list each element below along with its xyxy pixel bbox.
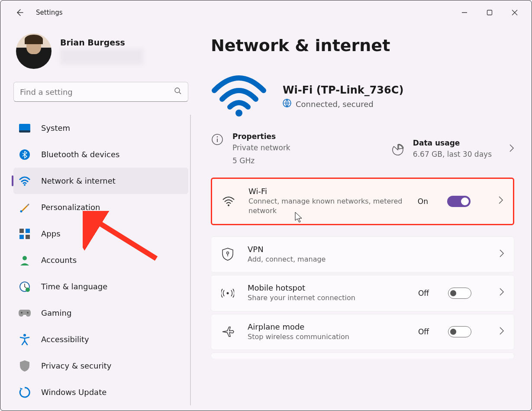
sidebar-item-label: Windows Update	[41, 388, 106, 397]
sidebar-item-label: Accounts	[41, 256, 77, 265]
titlebar: Settings	[0, 0, 532, 25]
sidebar-item-label: Gaming	[41, 308, 71, 317]
sidebar-item-network[interactable]: Network & internet	[13, 168, 188, 194]
vpn-icon	[221, 248, 235, 261]
chevron-right-icon	[509, 144, 514, 155]
svg-rect-7	[19, 229, 24, 233]
setting-card-hotspot[interactable]: Mobile hotspot Share your internet conne…	[211, 275, 514, 311]
info-icon	[211, 133, 224, 146]
data-usage-sub: 6.67 GB, last 30 days	[413, 149, 492, 160]
sidebar-item-label: Privacy & security	[41, 361, 112, 370]
update-icon	[19, 386, 31, 398]
minimize-button[interactable]	[452, 4, 477, 21]
wifi-connection-title: Wi-Fi (TP-Link_736C)	[283, 84, 403, 96]
apps-icon	[19, 228, 31, 240]
search-icon	[174, 87, 182, 97]
airplane-toggle[interactable]	[448, 326, 471, 337]
hotspot-icon	[221, 288, 235, 299]
sidebar-item-privacy[interactable]: Privacy & security	[13, 353, 188, 379]
wifi-icon	[19, 175, 31, 187]
sidebar-item-label: Apps	[41, 229, 61, 238]
sidebar-item-label: Bluetooth & devices	[41, 150, 119, 159]
sidebar-item-bluetooth[interactable]: Bluetooth & devices	[13, 141, 188, 168]
wifi-small-icon	[222, 196, 235, 207]
svg-point-24	[227, 292, 229, 294]
data-usage-title: Data usage	[413, 139, 492, 147]
chevron-right-icon	[499, 327, 504, 337]
chevron-right-icon	[499, 288, 504, 298]
toggle-state-label: Off	[418, 289, 429, 298]
sidebar-item-time[interactable]: Time & language	[13, 273, 188, 300]
properties-line1: Private network	[232, 142, 290, 154]
setting-card-vpn[interactable]: VPN Add, connect, manage	[211, 236, 514, 272]
card-title: Mobile hotspot	[248, 283, 405, 292]
svg-point-16	[23, 334, 26, 337]
svg-point-1	[175, 88, 180, 93]
search-input[interactable]	[20, 87, 174, 97]
properties-card[interactable]: Properties Private network 5 GHz	[211, 132, 290, 166]
setting-card-partial[interactable]	[211, 353, 514, 359]
svg-rect-3	[19, 130, 30, 133]
properties-line2: 5 GHz	[232, 155, 290, 167]
svg-point-14	[21, 312, 23, 314]
wifi-connection-status: Connected, secured	[296, 100, 374, 109]
svg-point-13	[26, 288, 30, 292]
shield-icon	[19, 360, 31, 372]
card-subtitle: Share your internet connection	[248, 293, 405, 303]
page-title: Network & internet	[211, 36, 514, 55]
nav-list: System Bluetooth & devices Network & int…	[13, 115, 195, 405]
bluetooth-icon	[19, 149, 31, 161]
sidebar-item-accessibility[interactable]: Accessibility	[13, 326, 188, 353]
setting-card-wifi[interactable]: Wi-Fi Connect, manage known networks, me…	[211, 178, 514, 225]
svg-point-23	[227, 252, 229, 254]
gamepad-icon	[19, 307, 31, 319]
data-usage-card[interactable]: Data usage 6.67 GB, last 30 days	[391, 132, 514, 166]
pie-chart-icon	[391, 143, 404, 156]
chevron-right-icon	[498, 196, 503, 207]
svg-rect-10	[26, 235, 30, 239]
svg-point-5	[24, 184, 26, 186]
back-button[interactable]	[11, 4, 28, 21]
svg-point-21	[217, 136, 218, 138]
clock-icon	[19, 281, 31, 293]
svg-point-15	[27, 312, 29, 314]
sidebar-item-label: Time & language	[41, 282, 107, 291]
user-name: Brian Burgess	[60, 38, 143, 47]
svg-point-11	[23, 256, 27, 260]
avatar	[16, 33, 52, 69]
sidebar-item-label: System	[41, 123, 70, 133]
svg-point-22	[228, 204, 229, 206]
wifi-status-block: Wi-Fi (TP-Link_736C) Connected, secured	[211, 74, 514, 119]
main-content: Network & internet Wi-Fi (TP-Link_736C) …	[195, 25, 532, 411]
setting-card-airplane[interactable]: Airplane mode Stop wireless communicatio…	[211, 314, 514, 350]
accessibility-icon	[19, 333, 31, 346]
close-button[interactable]	[502, 4, 527, 21]
sidebar: Brian Burgess System Bluetooth & devi	[0, 25, 195, 411]
toggle-state-label: On	[418, 197, 428, 206]
svg-point-6	[20, 210, 23, 212]
svg-rect-0	[487, 10, 492, 15]
sidebar-item-label: Network & internet	[41, 176, 116, 185]
person-icon	[19, 254, 31, 266]
card-subtitle: Connect, manage known networks, metered …	[248, 197, 405, 216]
sidebar-item-accounts[interactable]: Accounts	[13, 247, 188, 273]
wifi-toggle[interactable]	[447, 196, 471, 207]
svg-rect-9	[19, 235, 24, 239]
sidebar-item-label: Accessibility	[41, 335, 89, 344]
sidebar-item-label: Personalization	[41, 203, 100, 212]
properties-title: Properties	[232, 132, 290, 141]
user-profile[interactable]: Brian Burgess	[13, 33, 195, 69]
sidebar-item-update[interactable]: Windows Update	[13, 379, 188, 405]
sidebar-item-personalization[interactable]: Personalization	[13, 194, 188, 220]
svg-rect-8	[26, 229, 30, 233]
sidebar-item-system[interactable]: System	[13, 115, 188, 141]
airplane-icon	[221, 326, 235, 338]
sidebar-item-gaming[interactable]: Gaming	[13, 300, 188, 326]
maximize-button[interactable]	[477, 4, 502, 21]
svg-point-18	[235, 110, 242, 117]
card-title: VPN	[248, 245, 477, 254]
search-input-wrapper[interactable]	[13, 82, 188, 102]
sidebar-item-apps[interactable]: Apps	[13, 220, 188, 247]
wifi-large-icon	[211, 74, 267, 119]
hotspot-toggle[interactable]	[448, 288, 471, 299]
